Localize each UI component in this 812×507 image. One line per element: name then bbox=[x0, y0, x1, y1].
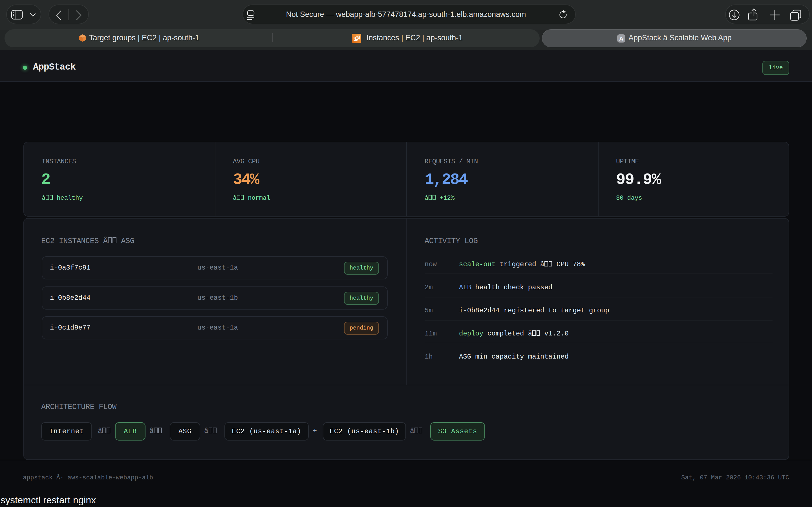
svg-text:A: A bbox=[619, 35, 623, 42]
